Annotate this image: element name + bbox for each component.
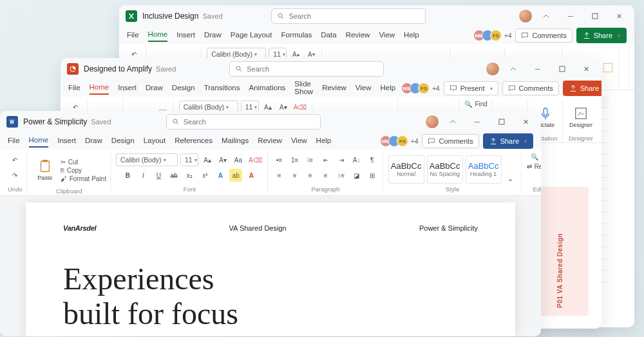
presence-stack[interactable]: MM FS +4 — [383, 135, 418, 147]
change-case-icon[interactable]: Aa — [232, 153, 245, 166]
ribbon-options-icon[interactable] — [442, 113, 464, 131]
numbering-icon[interactable]: 1≡ — [289, 153, 301, 166]
tab-insert[interactable]: Insert — [176, 30, 195, 41]
tab-draw[interactable]: Draw — [85, 135, 102, 147]
align-left-icon[interactable]: ≡ — [273, 169, 286, 182]
presence-stack[interactable]: MM FS +4 — [404, 82, 439, 94]
redo-icon[interactable]: ↷ — [8, 169, 21, 182]
share-button[interactable]: Share — [576, 28, 627, 43]
ribbon-options-icon[interactable] — [535, 7, 557, 25]
tab-home[interactable]: Home — [29, 135, 49, 148]
superscript-icon[interactable]: x² — [198, 169, 211, 182]
tab-animations[interactable]: Animations — [249, 82, 285, 94]
comments-button[interactable]: Comments — [422, 134, 478, 148]
avatar[interactable] — [425, 115, 439, 129]
tab-help[interactable]: Help — [381, 82, 396, 94]
tab-references[interactable]: References — [175, 135, 213, 147]
styles-expand-icon[interactable]: ⌄ — [504, 172, 517, 185]
close-button[interactable]: ✕ — [609, 7, 630, 25]
multilevel-icon[interactable]: ⁝≡ — [304, 153, 317, 166]
indent-inc-icon[interactable]: ⇥ — [335, 153, 348, 166]
paste-button[interactable]: Paste — [32, 153, 58, 187]
tab-help[interactable]: Help — [404, 30, 419, 41]
tab-file[interactable]: File — [68, 82, 80, 94]
tab-file[interactable]: File — [127, 30, 139, 41]
tab-review[interactable]: Review — [346, 30, 370, 41]
underline-icon[interactable]: U — [152, 169, 165, 182]
shading-icon[interactable]: ◪ — [350, 169, 363, 182]
text-effects-icon[interactable]: A — [214, 169, 227, 182]
font-size-selector[interactable]: 11 — [180, 153, 198, 166]
tab-view[interactable]: View — [379, 30, 395, 41]
minimize-button[interactable]: ─ — [560, 7, 582, 25]
tab-view[interactable]: View — [291, 135, 307, 147]
tab-insert[interactable]: Insert — [118, 82, 137, 94]
minimize-button[interactable]: ─ — [527, 60, 549, 78]
tab-home[interactable]: Home — [90, 82, 109, 95]
pilcrow-icon[interactable]: ¶ — [366, 153, 379, 166]
italic-icon[interactable]: I — [137, 169, 149, 182]
tab-mailings[interactable]: Mailings — [222, 135, 249, 147]
format-painter-button[interactable]: 🖌 Format Paint — [61, 175, 106, 182]
maximize-button[interactable] — [491, 113, 513, 131]
style-no-spacing[interactable]: AaBbCc No Spacing — [427, 155, 463, 184]
close-button[interactable]: ✕ — [515, 113, 537, 131]
search-input[interactable]: Search — [166, 114, 321, 130]
cut-button[interactable]: ✂ Cut — [61, 159, 106, 166]
align-center-icon[interactable]: ≡ — [289, 169, 301, 182]
maximize-button[interactable] — [584, 7, 606, 25]
undo-icon[interactable]: ↶ — [8, 153, 21, 166]
style-normal[interactable]: AaBbCc Normal — [388, 155, 424, 184]
tab-file[interactable]: File — [8, 135, 20, 147]
align-right-icon[interactable]: ≡ — [304, 169, 317, 182]
maximize-button[interactable] — [551, 60, 573, 78]
ribbon-options-icon[interactable] — [502, 60, 524, 78]
clear-format-icon[interactable]: A⌫ — [247, 153, 263, 166]
share-button[interactable]: Share — [483, 133, 533, 149]
tab-draw[interactable]: Draw — [146, 82, 163, 94]
bold-icon[interactable]: B — [121, 169, 134, 182]
tab-help[interactable]: Help — [316, 135, 332, 147]
font-selector[interactable]: Calibri (Body) — [116, 153, 178, 166]
document-page[interactable]: VanArsdel VA Shared Design Power & Simpl… — [26, 202, 515, 336]
search-input[interactable]: Search — [271, 8, 426, 24]
font-color-icon[interactable]: A — [245, 169, 258, 182]
present-button[interactable]: Present — [444, 81, 498, 95]
tab-home[interactable]: Home — [148, 29, 168, 42]
comments-button[interactable]: Comments — [515, 28, 572, 43]
indent-dec-icon[interactable]: ⇤ — [319, 153, 332, 166]
tab-layout[interactable]: Layout — [144, 135, 166, 147]
format-cells-icon[interactable] — [601, 61, 615, 74]
avatar[interactable] — [486, 62, 500, 76]
tab-data[interactable]: Data — [321, 30, 336, 41]
close-button[interactable]: ✕ — [576, 60, 598, 78]
highlight-icon[interactable]: ab — [229, 169, 242, 182]
tab-pagelayout[interactable]: Page Layout — [231, 30, 272, 41]
tab-draw[interactable]: Draw — [204, 30, 222, 41]
tab-design[interactable]: Design — [172, 82, 195, 94]
find-button[interactable]: 🔍 Find — [464, 101, 487, 108]
replace-button[interactable]: ⇄ Replace — [527, 163, 541, 170]
tab-review[interactable]: Review — [258, 135, 282, 147]
tab-slideshow[interactable]: Slide Show — [294, 79, 313, 98]
style-heading1[interactable]: AaBbCc Heading 1 — [466, 155, 502, 184]
tab-design[interactable]: Design — [111, 135, 135, 147]
designer-button[interactable]: Designer — [568, 101, 594, 134]
tab-formulas[interactable]: Formulas — [281, 30, 312, 41]
tab-transitions[interactable]: Transitions — [204, 82, 240, 94]
strike-icon[interactable]: ab — [167, 169, 180, 182]
tab-insert[interactable]: Insert — [57, 135, 76, 147]
sort-icon[interactable]: A↓ — [350, 153, 363, 166]
find-button[interactable]: 🔍 Find — [531, 153, 541, 160]
search-input[interactable]: Search — [229, 61, 384, 77]
shrink-font-icon[interactable]: A▾ — [216, 153, 229, 166]
line-spacing-icon[interactable]: ↕≡ — [335, 169, 348, 182]
presence-stack[interactable]: MM FS +4 — [477, 30, 511, 41]
tab-view[interactable]: View — [355, 82, 372, 94]
minimize-button[interactable]: ─ — [466, 113, 488, 131]
share-button[interactable]: Share — [563, 81, 601, 96]
tab-review[interactable]: Review — [322, 82, 346, 94]
comments-button[interactable]: Comments — [502, 81, 559, 95]
avatar[interactable] — [518, 9, 533, 23]
align-justify-icon[interactable]: ≡ — [319, 169, 332, 182]
